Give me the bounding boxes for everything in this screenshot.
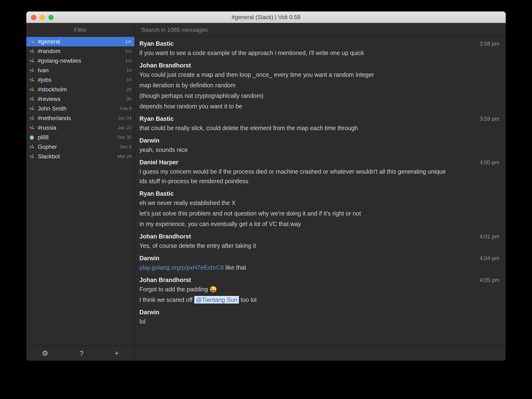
message-author: Daniel Harper [139, 159, 178, 166]
svg-rect-24 [30, 98, 32, 99]
channel-time: Jan 24 [118, 115, 132, 121]
svg-rect-13 [32, 68, 33, 70]
slack-icon [29, 48, 35, 54]
author-row: Daniel Harper 4:00 pm [139, 159, 501, 166]
plus-icon[interactable]: + [114, 349, 119, 357]
message-group: Darwin 4:04 pm play.golang.org/p/pxH7eEx… [139, 255, 501, 272]
message-line: eh we never really established the X [139, 198, 448, 208]
slack-icon [29, 125, 35, 131]
svg-rect-52 [31, 157, 32, 158]
message-time: 4:00 pm [480, 159, 501, 166]
message-author: Johan Brandhorst [139, 62, 191, 69]
svg-rect-14 [32, 70, 34, 71]
channel-name: #general [38, 38, 125, 45]
slack-icon [29, 154, 35, 159]
slack-icon [29, 67, 35, 73]
svg-rect-50 [32, 154, 33, 156]
svg-rect-17 [32, 78, 33, 80]
svg-rect-25 [32, 97, 33, 99]
message-line: if you want to see a code example of the… [139, 48, 448, 58]
svg-rect-15 [31, 70, 32, 72]
sidebar-item-golangnewbies[interactable]: #golang-newbies 1m [26, 56, 134, 66]
message-pane: Ryan Bastic 3:58 pm if you want to see a… [135, 37, 506, 345]
message-line: I think we scared off @Tiantang Sun too … [139, 295, 448, 304]
window-title: #general (Slack) | Volt 0.58 [26, 14, 506, 21]
message-author: Johan Brandhorst [139, 233, 191, 240]
author-row: Johan Brandhorst 4:01 pm [139, 233, 501, 240]
svg-rect-51 [32, 157, 34, 158]
svg-rect-27 [31, 99, 32, 101]
slack-icon [29, 144, 35, 150]
toolbar [26, 23, 506, 37]
sidebar: #general 1m #random 5m #golang-newbies 1… [26, 37, 135, 345]
channel-time: Feb 9 [120, 106, 132, 111]
titlebar: #general (Slack) | Volt 0.58 [26, 12, 506, 23]
channel-time: Dec 9 [120, 144, 132, 150]
slack-icon [29, 58, 35, 64]
mention[interactable]: @Tiantang Sun [194, 296, 239, 304]
svg-rect-2 [32, 42, 34, 43]
slack-icon [29, 77, 35, 83]
message-author: Darwin [139, 137, 159, 144]
slack-icon [29, 48, 35, 54]
slack-icon [29, 125, 35, 131]
slack-icon [29, 39, 35, 44]
gear-icon[interactable]: ⚙ [42, 349, 48, 357]
sidebar-item-gopher[interactable]: Gopher Dec 9 [26, 142, 134, 152]
message-group: Ryan Bastic 3:59 pm that could be really… [139, 115, 501, 133]
svg-rect-48 [31, 147, 32, 149]
gopher-icon [29, 134, 35, 140]
message-link[interactable]: play.golang.org/p/pxH7eExbrC8 [139, 264, 224, 271]
sidebar-item-stockholm[interactable]: #stockholm 2h [26, 85, 134, 94]
message-time: 3:59 pm [480, 116, 501, 122]
channel-time: Mar 29 [117, 154, 132, 159]
message-group: Daniel Harper 4:00 pm I guess my concern… [139, 159, 501, 186]
zoom-icon[interactable] [48, 15, 54, 20]
svg-point-40 [30, 135, 34, 140]
sidebar-item-ivan[interactable]: Ivan 1h [26, 66, 134, 75]
channel-time: 5m [125, 49, 132, 54]
channel-name: #stockholm [38, 86, 127, 93]
channel-name: #russia [38, 124, 118, 131]
message-line: Forgot to add the padding 😜 [139, 285, 448, 294]
channel-time: Jan 22 [118, 125, 132, 130]
message-time: 4:01 pm [480, 234, 501, 240]
svg-rect-16 [30, 79, 32, 80]
sidebar-item-netherlands[interactable]: #netherlands Jan 24 [26, 113, 134, 123]
search-input[interactable] [141, 23, 506, 37]
author-row: Darwin [139, 309, 501, 316]
sidebar-item-pl88[interactable]: pl88 Dec 30 [26, 133, 134, 142]
message-scroll[interactable]: Ryan Bastic 3:58 pm if you want to see a… [135, 37, 506, 345]
close-icon[interactable] [31, 15, 36, 20]
message-line: that could be really slick, could delete… [139, 123, 448, 133]
svg-rect-10 [32, 61, 34, 62]
sidebar-item-general[interactable]: #general 1m [26, 37, 134, 46]
svg-rect-46 [32, 145, 33, 147]
channel-name: Ivan [38, 67, 127, 74]
minimize-icon[interactable] [40, 15, 45, 20]
sidebar-item-slackbot[interactable]: Slackbot Mar 29 [26, 152, 134, 161]
channel-name: #jobs [38, 76, 127, 83]
body: #general 1m #random 5m #golang-newbies 1… [26, 37, 506, 345]
author-row: Darwin [139, 137, 501, 144]
sidebar-item-random[interactable]: #random 5m [26, 46, 134, 56]
svg-rect-6 [32, 51, 34, 52]
message-line: let's just solve this problem and not qu… [139, 209, 448, 218]
sidebar-item-russia[interactable]: #russia Jan 22 [26, 123, 134, 133]
sidebar-item-johnsmith[interactable]: John Smith Feb 9 [26, 104, 134, 113]
filter-input[interactable] [26, 23, 134, 37]
svg-rect-19 [31, 80, 32, 82]
channel-name: pl88 [38, 134, 117, 141]
svg-rect-11 [31, 61, 32, 63]
sidebar-item-reviews[interactable]: #reviews 3h [26, 94, 134, 104]
channel-time: 2h [127, 87, 132, 92]
svg-rect-23 [31, 90, 32, 92]
message-author: Johan Brandhorst [139, 277, 191, 284]
svg-rect-9 [32, 59, 33, 61]
svg-point-44 [32, 137, 33, 137]
svg-rect-26 [32, 99, 34, 100]
help-icon[interactable]: ? [79, 349, 83, 357]
svg-rect-45 [30, 146, 32, 147]
slack-icon [29, 106, 35, 111]
sidebar-item-jobs[interactable]: #jobs 1h [26, 75, 134, 85]
